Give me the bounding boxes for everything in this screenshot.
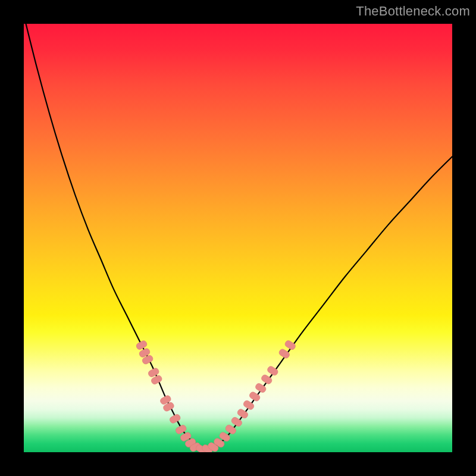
marker-group — [135, 340, 296, 452]
bottleneck-curve — [24, 24, 452, 449]
curve-marker — [284, 340, 296, 351]
watermark-text: TheBottleneck.com — [356, 4, 470, 19]
chart-frame: TheBottleneck.com — [0, 0, 476, 476]
curve-marker — [169, 414, 181, 424]
curve-marker — [278, 348, 290, 359]
plot-area — [24, 24, 452, 452]
chart-overlay-svg — [24, 24, 452, 452]
